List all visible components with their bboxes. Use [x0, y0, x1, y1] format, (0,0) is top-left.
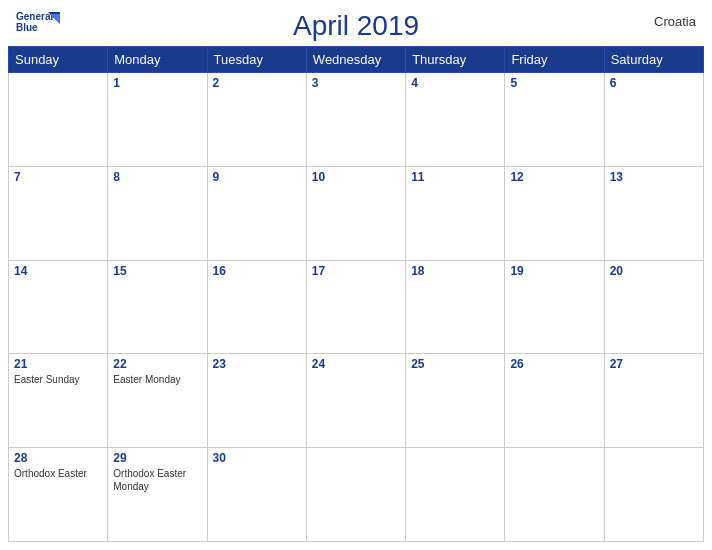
day-cell: 20 — [604, 260, 703, 354]
day-cell: 4 — [406, 73, 505, 167]
svg-text:General: General — [16, 11, 53, 22]
calendar: Sunday Monday Tuesday Wednesday Thursday… — [0, 46, 712, 550]
day-cell: 25 — [406, 354, 505, 448]
wednesday-header: Wednesday — [306, 47, 405, 73]
calendar-page: General Blue April 2019 Croatia Sunday M… — [0, 0, 712, 550]
day-cell: 10 — [306, 166, 405, 260]
day-number: 23 — [213, 357, 301, 371]
sunday-header: Sunday — [9, 47, 108, 73]
day-cell: 14 — [9, 260, 108, 354]
day-cell: 13 — [604, 166, 703, 260]
day-number: 29 — [113, 451, 201, 465]
day-cell: 23 — [207, 354, 306, 448]
day-number: 12 — [510, 170, 598, 184]
day-number: 4 — [411, 76, 499, 90]
day-cell: 16 — [207, 260, 306, 354]
day-number: 26 — [510, 357, 598, 371]
day-cell: 19 — [505, 260, 604, 354]
day-number: 11 — [411, 170, 499, 184]
day-cell: 28Orthodox Easter — [9, 448, 108, 542]
svg-text:Blue: Blue — [16, 22, 38, 33]
monday-header: Monday — [108, 47, 207, 73]
day-number: 24 — [312, 357, 400, 371]
day-number: 2 — [213, 76, 301, 90]
day-number: 5 — [510, 76, 598, 90]
day-number: 16 — [213, 264, 301, 278]
day-cell: 5 — [505, 73, 604, 167]
thursday-header: Thursday — [406, 47, 505, 73]
day-event: Easter Sunday — [14, 373, 102, 386]
day-cell: 21Easter Sunday — [9, 354, 108, 448]
week-row-2: 78910111213 — [9, 166, 704, 260]
day-number: 30 — [213, 451, 301, 465]
day-number: 6 — [610, 76, 698, 90]
day-cell: 1 — [108, 73, 207, 167]
day-number: 9 — [213, 170, 301, 184]
week-row-3: 14151617181920 — [9, 260, 704, 354]
day-cell — [9, 73, 108, 167]
calendar-table: Sunday Monday Tuesday Wednesday Thursday… — [8, 46, 704, 542]
calendar-body: 123456789101112131415161718192021Easter … — [9, 73, 704, 542]
week-row-4: 21Easter Sunday22Easter Monday2324252627 — [9, 354, 704, 448]
day-number: 17 — [312, 264, 400, 278]
day-cell: 24 — [306, 354, 405, 448]
logo: General Blue — [16, 8, 60, 36]
day-number: 8 — [113, 170, 201, 184]
day-number: 22 — [113, 357, 201, 371]
day-number: 14 — [14, 264, 102, 278]
day-cell: 18 — [406, 260, 505, 354]
day-cell: 22Easter Monday — [108, 354, 207, 448]
day-cell: 3 — [306, 73, 405, 167]
saturday-header: Saturday — [604, 47, 703, 73]
day-cell: 6 — [604, 73, 703, 167]
day-cell — [604, 448, 703, 542]
day-number: 13 — [610, 170, 698, 184]
day-event: Orthodox Easter Monday — [113, 467, 201, 493]
day-cell — [306, 448, 405, 542]
week-row-1: 123456 — [9, 73, 704, 167]
day-cell: 9 — [207, 166, 306, 260]
country-label: Croatia — [654, 14, 696, 29]
day-number: 10 — [312, 170, 400, 184]
day-cell — [406, 448, 505, 542]
day-cell: 17 — [306, 260, 405, 354]
day-cell: 30 — [207, 448, 306, 542]
day-cell: 2 — [207, 73, 306, 167]
day-cell: 27 — [604, 354, 703, 448]
day-cell: 29Orthodox Easter Monday — [108, 448, 207, 542]
day-cell — [505, 448, 604, 542]
header: General Blue April 2019 Croatia — [0, 0, 712, 46]
day-cell: 8 — [108, 166, 207, 260]
logo-icon: General Blue — [16, 8, 60, 36]
day-number: 18 — [411, 264, 499, 278]
day-number: 27 — [610, 357, 698, 371]
day-number: 21 — [14, 357, 102, 371]
day-number: 15 — [113, 264, 201, 278]
friday-header: Friday — [505, 47, 604, 73]
day-number: 3 — [312, 76, 400, 90]
tuesday-header: Tuesday — [207, 47, 306, 73]
days-header-row: Sunday Monday Tuesday Wednesday Thursday… — [9, 47, 704, 73]
day-cell: 7 — [9, 166, 108, 260]
day-cell: 15 — [108, 260, 207, 354]
week-row-5: 28Orthodox Easter29Orthodox Easter Monda… — [9, 448, 704, 542]
day-event: Easter Monday — [113, 373, 201, 386]
day-number: 19 — [510, 264, 598, 278]
day-number: 25 — [411, 357, 499, 371]
day-cell: 26 — [505, 354, 604, 448]
day-cell: 12 — [505, 166, 604, 260]
day-number: 28 — [14, 451, 102, 465]
day-number: 20 — [610, 264, 698, 278]
day-cell: 11 — [406, 166, 505, 260]
day-number: 7 — [14, 170, 102, 184]
page-title: April 2019 — [293, 10, 419, 42]
day-number: 1 — [113, 76, 201, 90]
day-event: Orthodox Easter — [14, 467, 102, 480]
